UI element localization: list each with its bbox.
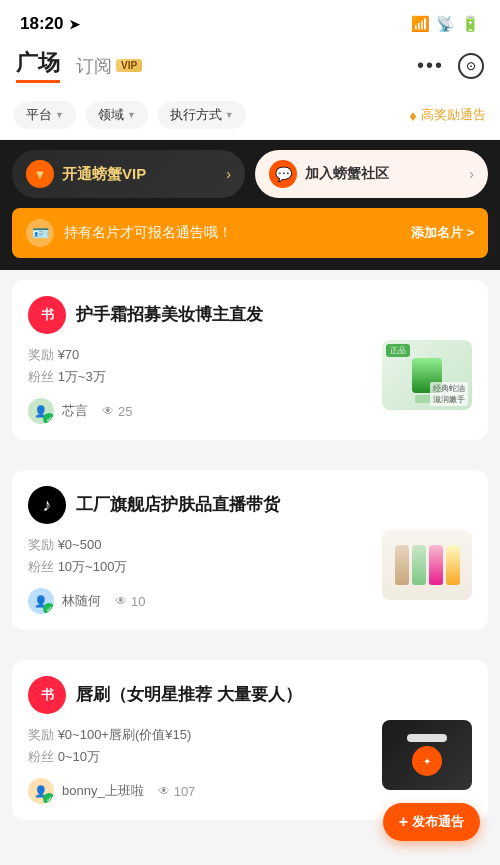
- diamond-icon: ♦️: [409, 107, 417, 124]
- poster-name-3: bonny_上班啦: [62, 782, 144, 800]
- filter-mode[interactable]: 执行方式 ▼: [158, 101, 246, 129]
- publish-btn-label: 发布通告: [412, 813, 464, 831]
- promo-vip-text: 开通螃蟹VIP: [62, 165, 146, 184]
- status-bar: 18:20 ➤ 📶 📡 🔋: [0, 0, 500, 40]
- filter-platform-label: 平台: [26, 106, 52, 124]
- chevron-down-icon: ▼: [225, 110, 234, 120]
- promo-row: ▼ 开通螃蟹VIP › 💬 加入螃蟹社区 ›: [12, 150, 488, 198]
- job-card-3-header: 书 唇刷（女明星推荐 大量要人）: [28, 676, 472, 714]
- filter-domain[interactable]: 领域 ▼: [86, 101, 148, 129]
- job-thumb-2: [382, 530, 472, 600]
- job-card-3[interactable]: 书 唇刷（女明星推荐 大量要人） 奖励 ¥0~100+唇刷(价值¥15) 粉丝 …: [12, 660, 488, 820]
- platform-xhs-icon-3: 书: [28, 676, 66, 714]
- verified-badge-1: ✓: [43, 413, 54, 424]
- job-title-2: 工厂旗舰店护肤品直播带货: [76, 494, 472, 516]
- tab-dingyue[interactable]: 订阅 VIP: [76, 54, 142, 78]
- filter-domain-label: 领域: [98, 106, 124, 124]
- tab-guangchang[interactable]: 广场: [16, 48, 60, 83]
- job-thumb-3: ✦: [382, 720, 472, 790]
- add-card-button[interactable]: 添加名片 >: [411, 224, 474, 242]
- verified-badge-3: ✓: [43, 793, 54, 804]
- platform-douyin-icon: ♪: [28, 486, 66, 524]
- avatar-3: 👤 ✓: [28, 778, 54, 804]
- wifi-icon: 📡: [436, 15, 455, 33]
- reward-notice-label: 高奖励通告: [421, 106, 486, 124]
- eye-icon-3: 👁: [158, 784, 170, 798]
- promo-community-text: 加入螃蟹社区: [305, 165, 389, 183]
- status-time: 18:20: [20, 14, 63, 34]
- avatar-2: 👤 ✓: [28, 588, 54, 614]
- chevron-down-icon: ▼: [127, 110, 136, 120]
- promo-vip-arrow: ›: [226, 166, 231, 182]
- reward-notice[interactable]: ♦️ 高奖励通告: [409, 106, 486, 124]
- header: 广场 订阅 VIP ••• ⊙: [0, 40, 500, 93]
- job-thumb-1: 正品 经典蛇油滋润嫩手: [382, 340, 472, 410]
- location-icon: ➤: [69, 17, 80, 32]
- signal-icon: 📶: [411, 15, 430, 33]
- card-notice-icon: 🪪: [26, 219, 54, 247]
- eye-icon-2: 👁: [115, 594, 127, 608]
- job-views-1: 👁 25: [102, 404, 132, 419]
- job-views-2: 👁 10: [115, 594, 145, 609]
- avatar-1: 👤 ✓: [28, 398, 54, 424]
- publish-button[interactable]: + 发布通告: [383, 803, 480, 841]
- card-notice-banner[interactable]: 🪪 持有名片才可报名通告哦！ 添加名片 >: [12, 208, 488, 258]
- poster-name-1: 芯言: [62, 402, 88, 420]
- job-card-2[interactable]: ♪ 工厂旗舰店护肤品直播带货 奖励 ¥0~500 粉丝 10万~100万 👤 ✓…: [12, 470, 488, 630]
- job-card-1[interactable]: 书 护手霜招募美妆博主直发 奖励 ¥70 粉丝 1万~3万 👤 ✓ 芯言 👁 2…: [12, 280, 488, 440]
- eye-icon-1: 👁: [102, 404, 114, 418]
- plus-icon: +: [399, 813, 408, 831]
- job-title-1: 护手霜招募美妆博主直发: [76, 304, 472, 326]
- promo-community-arrow: ›: [469, 166, 474, 182]
- verified-badge-2: ✓: [43, 603, 54, 614]
- job-views-3: 👁 107: [158, 784, 196, 799]
- job-title-3: 唇刷（女明星推荐 大量要人）: [76, 684, 472, 706]
- vip-icon: ▼: [26, 160, 54, 188]
- scan-button[interactable]: ⊙: [458, 53, 484, 79]
- divider-2: [0, 642, 500, 650]
- divider-1: [0, 452, 500, 460]
- filter-bar: 平台 ▼ 领域 ▼ 执行方式 ▼ ♦️ 高奖励通告: [0, 93, 500, 140]
- promo-community-button[interactable]: 💬 加入螃蟹社区 ›: [255, 150, 488, 198]
- poster-name-2: 林随何: [62, 592, 101, 610]
- community-icon: 💬: [269, 160, 297, 188]
- platform-xhs-icon-1: 书: [28, 296, 66, 334]
- chevron-down-icon: ▼: [55, 110, 64, 120]
- filter-platform[interactable]: 平台 ▼: [14, 101, 76, 129]
- card-notice-text: 持有名片才可报名通告哦！: [64, 224, 411, 242]
- job-card-2-header: ♪ 工厂旗舰店护肤品直播带货: [28, 486, 472, 524]
- more-button[interactable]: •••: [417, 54, 444, 77]
- status-icons: 📶 📡 🔋: [411, 15, 480, 33]
- filter-mode-label: 执行方式: [170, 106, 222, 124]
- promo-vip-button[interactable]: ▼ 开通螃蟹VIP ›: [12, 150, 245, 198]
- vip-badge: VIP: [116, 59, 142, 72]
- job-card-1-header: 书 护手霜招募美妆博主直发: [28, 296, 472, 334]
- scan-icon: ⊙: [466, 59, 476, 73]
- battery-icon: 🔋: [461, 15, 480, 33]
